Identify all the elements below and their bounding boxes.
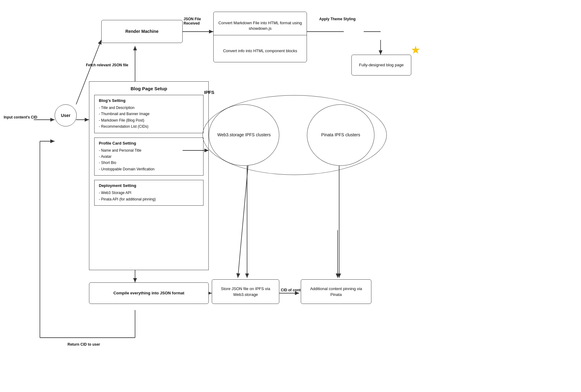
profile-card-box: Profile Card Setting - Name and Personal… — [94, 138, 203, 176]
blogs-setting-title: Blog's Setting — [99, 98, 199, 103]
user-label: User — [61, 113, 70, 118]
profile-card-title: Profile Card Setting — [99, 141, 199, 146]
convert-info-box: Convert info into HTML component blocks — [214, 45, 307, 57]
blog-setup-title: Blog Page Setup — [94, 86, 203, 91]
additional-pinning-label: Additional content pinning via Pinata — [305, 286, 367, 298]
fully-designed-label: Fully-designed blog page — [359, 62, 404, 68]
compile-json-box: Compile everything into JSON format — [89, 282, 209, 304]
store-json-box: Store JSON file on IPFS via Web3.storage — [212, 279, 279, 304]
pinata-node: Pinata IPFS clusters — [307, 104, 374, 166]
pinata-label: Pinata IPFS clusters — [321, 132, 360, 138]
arrow-web3-down — [244, 166, 250, 279]
fetch-json-label: Fetch relevant JSON file — [86, 63, 128, 67]
render-machine-box: Render Machine — [101, 20, 183, 43]
star-icon: ★ — [411, 44, 420, 56]
user-node: User — [55, 104, 77, 126]
arrow-blog-to-ipfs — [183, 147, 210, 153]
blogs-setting-items: - Title and Description - Thumbnail and … — [99, 105, 199, 130]
blogs-setting-box: Blog's Setting - Title and Description -… — [94, 95, 203, 133]
web3-storage-label: Web3.storage IPFS clusters — [217, 132, 271, 138]
web3-storage-node: Web3.storage IPFS clusters — [209, 104, 279, 166]
deployment-setting-box: Deployment Setting - Web3 Storage API - … — [94, 180, 203, 206]
apply-theme-label: Apply Theme Styling — [319, 17, 356, 21]
blog-setup-box: Blog Page Setup Blog's Setting - Title a… — [89, 81, 209, 270]
convert-group-box: Convert Markdown File into HTML format u… — [213, 12, 307, 62]
additional-pinning-box: Additional content pinning via Pinata — [301, 279, 371, 304]
arrow-pinata-down — [336, 166, 342, 279]
render-machine-label: Render Machine — [125, 29, 158, 35]
convert-info-label: Convert info into HTML component blocks — [223, 49, 297, 53]
compile-json-label: Compile everything into JSON format — [113, 290, 184, 296]
json-received-label: JSON FileReceived — [184, 17, 201, 25]
deployment-title: Deployment Setting — [99, 183, 199, 188]
convert-markdown-box: Convert Markdown File into HTML format u… — [214, 17, 307, 35]
deployment-items: - Web3 Storage API - Pinata API (for add… — [99, 190, 199, 202]
fully-designed-box: Fully-designed blog page — [351, 55, 411, 76]
return-cid-label: Return CID to user — [68, 342, 100, 347]
convert-markdown-label: Convert Markdown File into HTML format u… — [219, 21, 302, 31]
diagram-container: Input content's CID User Render Machine … — [0, 0, 581, 392]
store-json-label: Store JSON file on IPFS via Web3.storage — [216, 286, 275, 298]
ipfs-label: IPFS — [204, 90, 214, 95]
input-cid-label: Input content's CID — [4, 115, 37, 119]
